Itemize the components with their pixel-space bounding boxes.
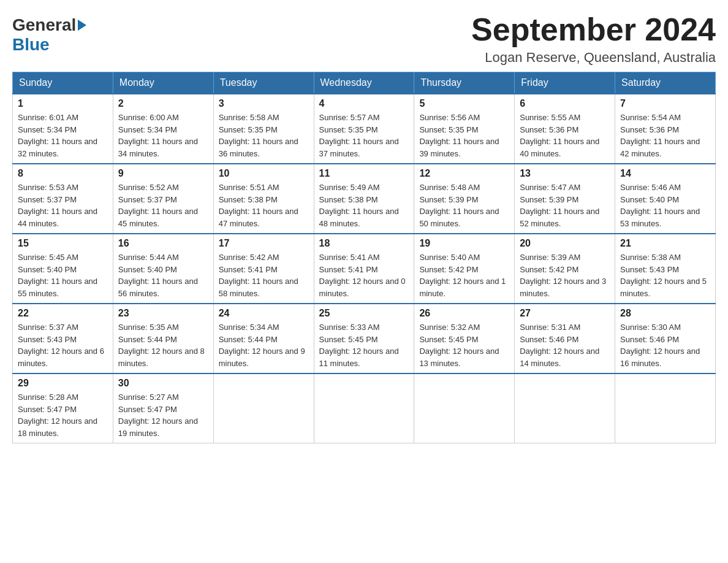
calendar-cell: 15Sunrise: 5:45 AMSunset: 5:40 PMDayligh…	[13, 234, 113, 304]
day-info: Sunrise: 5:54 AMSunset: 5:36 PMDaylight:…	[620, 112, 710, 159]
day-info: Sunrise: 5:30 AMSunset: 5:46 PMDaylight:…	[620, 321, 710, 369]
main-title: September 2024	[471, 12, 716, 47]
calendar-cell	[414, 373, 515, 443]
calendar-cell	[615, 373, 716, 443]
calendar-cell: 1Sunrise: 6:01 AMSunset: 5:34 PMDaylight…	[13, 94, 113, 164]
header-saturday: Saturday	[615, 72, 716, 94]
logo-line2: Blue	[12, 35, 50, 55]
calendar-cell	[213, 373, 314, 443]
day-number: 4	[319, 98, 409, 109]
day-number: 25	[319, 308, 409, 319]
subtitle: Logan Reserve, Queensland, Australia	[471, 50, 716, 66]
calendar-cell: 14Sunrise: 5:46 AMSunset: 5:40 PMDayligh…	[615, 164, 716, 234]
day-info: Sunrise: 5:27 AMSunset: 5:47 PMDaylight:…	[118, 391, 208, 439]
day-info: Sunrise: 6:01 AMSunset: 5:34 PMDaylight:…	[18, 112, 108, 159]
logo-arrow-icon	[78, 20, 86, 31]
day-number: 17	[219, 238, 309, 249]
day-info: Sunrise: 5:55 AMSunset: 5:36 PMDaylight:…	[520, 112, 610, 159]
calendar-week-row: 22Sunrise: 5:37 AMSunset: 5:43 PMDayligh…	[13, 304, 716, 373]
calendar-cell: 7Sunrise: 5:54 AMSunset: 5:36 PMDaylight…	[615, 94, 716, 164]
page-header: General Blue September 2024 Logan Reserv…	[12, 12, 716, 66]
calendar-cell: 29Sunrise: 5:28 AMSunset: 5:47 PMDayligh…	[13, 373, 113, 443]
day-info: Sunrise: 5:32 AMSunset: 5:45 PMDaylight:…	[419, 321, 509, 369]
header-thursday: Thursday	[414, 72, 515, 94]
day-number: 10	[219, 168, 309, 179]
title-section: September 2024 Logan Reserve, Queensland…	[471, 12, 716, 66]
calendar-cell: 13Sunrise: 5:47 AMSunset: 5:39 PMDayligh…	[515, 164, 615, 234]
calendar-cell: 19Sunrise: 5:40 AMSunset: 5:42 PMDayligh…	[414, 234, 515, 304]
calendar-cell: 2Sunrise: 6:00 AMSunset: 5:34 PMDaylight…	[113, 94, 213, 164]
day-info: Sunrise: 5:42 AMSunset: 5:41 PMDaylight:…	[219, 251, 309, 299]
day-info: Sunrise: 5:51 AMSunset: 5:38 PMDaylight:…	[219, 182, 309, 229]
day-number: 15	[18, 238, 108, 249]
day-number: 1	[18, 98, 108, 109]
day-number: 9	[118, 168, 208, 179]
calendar-cell: 24Sunrise: 5:34 AMSunset: 5:44 PMDayligh…	[213, 304, 314, 373]
day-number: 12	[419, 168, 509, 179]
day-number: 22	[18, 308, 108, 319]
day-number: 6	[520, 98, 610, 109]
day-number: 7	[620, 98, 710, 109]
day-info: Sunrise: 5:57 AMSunset: 5:35 PMDaylight:…	[319, 112, 409, 159]
day-number: 28	[620, 308, 710, 319]
logo: General Blue	[12, 12, 86, 55]
day-info: Sunrise: 5:46 AMSunset: 5:40 PMDaylight:…	[620, 182, 710, 229]
calendar-cell: 28Sunrise: 5:30 AMSunset: 5:46 PMDayligh…	[615, 304, 716, 373]
day-info: Sunrise: 5:41 AMSunset: 5:41 PMDaylight:…	[319, 251, 409, 299]
day-number: 8	[18, 168, 108, 179]
calendar-cell: 26Sunrise: 5:32 AMSunset: 5:45 PMDayligh…	[414, 304, 515, 373]
day-info: Sunrise: 5:47 AMSunset: 5:39 PMDaylight:…	[520, 182, 610, 229]
logo-line1: General	[12, 15, 86, 35]
day-number: 18	[319, 238, 409, 249]
day-info: Sunrise: 5:48 AMSunset: 5:39 PMDaylight:…	[419, 182, 509, 229]
day-info: Sunrise: 5:31 AMSunset: 5:46 PMDaylight:…	[520, 321, 610, 369]
day-number: 2	[118, 98, 208, 109]
day-info: Sunrise: 5:34 AMSunset: 5:44 PMDaylight:…	[219, 321, 309, 369]
day-number: 26	[419, 308, 509, 319]
day-number: 29	[18, 378, 108, 389]
day-info: Sunrise: 5:33 AMSunset: 5:45 PMDaylight:…	[319, 321, 409, 369]
calendar-cell: 12Sunrise: 5:48 AMSunset: 5:39 PMDayligh…	[414, 164, 515, 234]
calendar-cell: 21Sunrise: 5:38 AMSunset: 5:43 PMDayligh…	[615, 234, 716, 304]
calendar-week-row: 15Sunrise: 5:45 AMSunset: 5:40 PMDayligh…	[13, 234, 716, 304]
day-number: 11	[319, 168, 409, 179]
day-number: 24	[219, 308, 309, 319]
day-info: Sunrise: 5:40 AMSunset: 5:42 PMDaylight:…	[419, 251, 509, 299]
day-info: Sunrise: 5:49 AMSunset: 5:38 PMDaylight:…	[319, 182, 409, 229]
calendar-cell: 25Sunrise: 5:33 AMSunset: 5:45 PMDayligh…	[314, 304, 414, 373]
calendar-week-row: 29Sunrise: 5:28 AMSunset: 5:47 PMDayligh…	[13, 373, 716, 443]
calendar-header-row: SundayMondayTuesdayWednesdayThursdayFrid…	[13, 72, 716, 94]
day-info: Sunrise: 5:37 AMSunset: 5:43 PMDaylight:…	[18, 321, 108, 369]
header-wednesday: Wednesday	[314, 72, 414, 94]
calendar-cell: 9Sunrise: 5:52 AMSunset: 5:37 PMDaylight…	[113, 164, 213, 234]
calendar-table: SundayMondayTuesdayWednesdayThursdayFrid…	[12, 72, 716, 443]
calendar-week-row: 1Sunrise: 6:01 AMSunset: 5:34 PMDaylight…	[13, 94, 716, 164]
header-friday: Friday	[515, 72, 615, 94]
header-tuesday: Tuesday	[213, 72, 314, 94]
day-number: 23	[118, 308, 208, 319]
calendar-cell	[314, 373, 414, 443]
calendar-cell: 17Sunrise: 5:42 AMSunset: 5:41 PMDayligh…	[213, 234, 314, 304]
calendar-cell: 10Sunrise: 5:51 AMSunset: 5:38 PMDayligh…	[213, 164, 314, 234]
day-info: Sunrise: 5:56 AMSunset: 5:35 PMDaylight:…	[419, 112, 509, 159]
calendar-week-row: 8Sunrise: 5:53 AMSunset: 5:37 PMDaylight…	[13, 164, 716, 234]
day-number: 20	[520, 238, 610, 249]
day-info: Sunrise: 5:52 AMSunset: 5:37 PMDaylight:…	[118, 182, 208, 229]
calendar-cell: 8Sunrise: 5:53 AMSunset: 5:37 PMDaylight…	[13, 164, 113, 234]
day-number: 3	[219, 98, 309, 109]
calendar-cell: 11Sunrise: 5:49 AMSunset: 5:38 PMDayligh…	[314, 164, 414, 234]
calendar-cell: 18Sunrise: 5:41 AMSunset: 5:41 PMDayligh…	[314, 234, 414, 304]
calendar-cell: 3Sunrise: 5:58 AMSunset: 5:35 PMDaylight…	[213, 94, 314, 164]
calendar-cell: 16Sunrise: 5:44 AMSunset: 5:40 PMDayligh…	[113, 234, 213, 304]
day-info: Sunrise: 5:45 AMSunset: 5:40 PMDaylight:…	[18, 251, 108, 299]
day-number: 13	[520, 168, 610, 179]
calendar-cell: 4Sunrise: 5:57 AMSunset: 5:35 PMDaylight…	[314, 94, 414, 164]
day-number: 16	[118, 238, 208, 249]
day-info: Sunrise: 5:44 AMSunset: 5:40 PMDaylight:…	[118, 251, 208, 299]
day-info: Sunrise: 6:00 AMSunset: 5:34 PMDaylight:…	[118, 112, 208, 159]
day-info: Sunrise: 5:35 AMSunset: 5:44 PMDaylight:…	[118, 321, 208, 369]
calendar-cell: 20Sunrise: 5:39 AMSunset: 5:42 PMDayligh…	[515, 234, 615, 304]
calendar-cell: 23Sunrise: 5:35 AMSunset: 5:44 PMDayligh…	[113, 304, 213, 373]
calendar-cell: 27Sunrise: 5:31 AMSunset: 5:46 PMDayligh…	[515, 304, 615, 373]
day-info: Sunrise: 5:28 AMSunset: 5:47 PMDaylight:…	[18, 391, 108, 439]
